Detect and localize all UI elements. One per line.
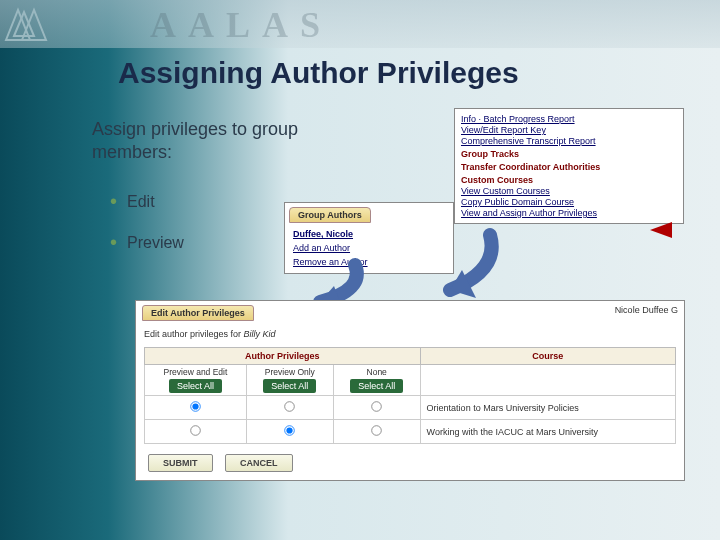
course-cell: Working with the IACUC at Mars Universit…	[420, 420, 675, 444]
col-label: None	[338, 367, 416, 377]
logo-triangles	[2, 2, 52, 45]
select-all-none[interactable]: Select All	[350, 379, 403, 393]
menu-link[interactable]: Copy Public Domain Course	[461, 197, 677, 207]
author-name-link[interactable]: Duffee, Nicole	[293, 229, 353, 239]
menu-link[interactable]: View Custom Courses	[461, 186, 677, 196]
intro-text: Assign privileges to group members:	[92, 118, 322, 165]
nav-menu-panel: Info · Batch Progress Report View/Edit R…	[454, 108, 684, 224]
menu-header: Transfer Coordinator Authorities	[461, 162, 677, 172]
radio-preview-edit[interactable]	[190, 401, 200, 411]
menu-header: Group Tracks	[461, 149, 677, 159]
bullet-preview: Preview	[110, 231, 184, 254]
radio-preview-only[interactable]	[285, 401, 295, 411]
radio-none[interactable]	[371, 401, 381, 411]
radio-none[interactable]	[371, 425, 381, 435]
radio-preview-only[interactable]	[285, 425, 295, 435]
group-authors-tab: Group Authors	[289, 207, 371, 223]
privileges-table: Author Privileges Course Preview and Edi…	[144, 347, 676, 444]
edit-subtitle-prefix: Edit author privileges for	[144, 329, 244, 339]
edit-privileges-tab: Edit Author Privileges	[142, 305, 254, 321]
col-label: Preview Only	[251, 367, 329, 377]
menu-link[interactable]: View/Edit Report Key	[461, 125, 677, 135]
col-label: Preview and Edit	[149, 367, 242, 377]
table-header-privileges: Author Privileges	[145, 348, 421, 365]
edit-privileges-panel: Edit Author Privileges Nicole Duffee G E…	[135, 300, 685, 481]
select-all-preview-only[interactable]: Select All	[263, 379, 316, 393]
menu-link-assign-privileges[interactable]: View and Assign Author Privileges	[461, 208, 677, 218]
edit-subtitle: Edit author privileges for Billy Kid	[144, 329, 684, 339]
edit-subtitle-name: Billy Kid	[244, 329, 276, 339]
col-none: None Select All	[333, 365, 420, 396]
header-band	[0, 0, 720, 48]
select-all-preview-edit[interactable]: Select All	[169, 379, 222, 393]
course-cell: Orientation to Mars University Policies	[420, 396, 675, 420]
bullet-edit: Edit	[110, 190, 184, 213]
menu-link[interactable]: Comprehensive Transcript Report	[461, 136, 677, 146]
menu-header: Custom Courses	[461, 175, 677, 185]
callout-arrow-icon	[650, 222, 672, 238]
menu-link[interactable]: Info · Batch Progress Report	[461, 114, 677, 124]
col-preview-edit: Preview and Edit Select All	[145, 365, 247, 396]
table-header-course: Course	[420, 348, 675, 365]
table-row: Orientation to Mars University Policies	[145, 396, 676, 420]
content-area: Assign privileges to group members: Edit…	[0, 100, 720, 540]
current-user-label: Nicole Duffee G	[615, 305, 678, 315]
submit-button[interactable]: SUBMIT	[148, 454, 213, 472]
radio-preview-edit[interactable]	[190, 425, 200, 435]
col-preview-only: Preview Only Select All	[246, 365, 333, 396]
table-row: Working with the IACUC at Mars Universit…	[145, 420, 676, 444]
bullet-list: Edit Preview	[110, 190, 184, 272]
page-title: Assigning Author Privileges	[118, 56, 519, 90]
cancel-button[interactable]: CANCEL	[225, 454, 293, 472]
watermark-text: AALAS	[150, 4, 332, 46]
